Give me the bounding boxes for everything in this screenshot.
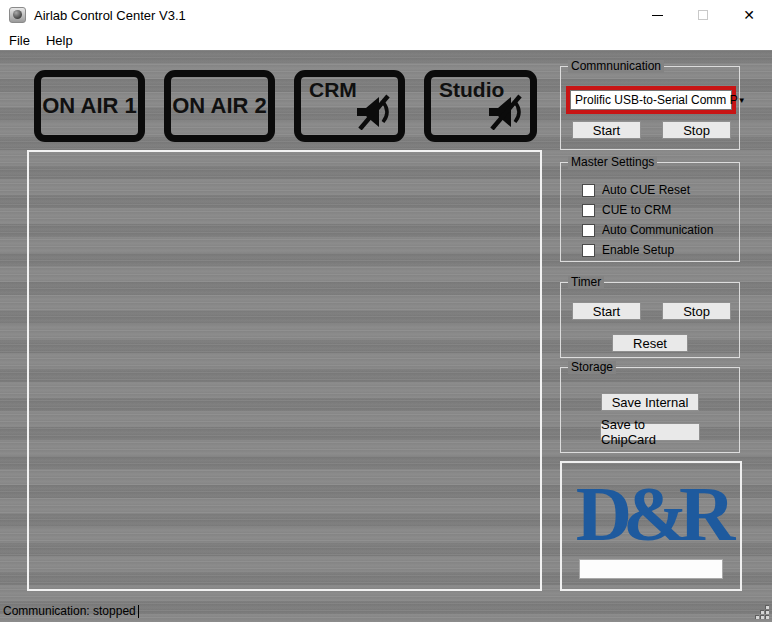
minimize-button[interactable] <box>634 0 680 30</box>
timer-group-title: Timer <box>568 276 604 289</box>
save-to-chipcard-button[interactable]: Save to ChipCard <box>600 423 700 441</box>
cue-to-crm-label: CUE to CRM <box>602 203 671 217</box>
enable-setup-label: Enable Setup <box>602 243 674 257</box>
logo-name-bar <box>579 559 723 579</box>
communication-start-button[interactable]: Start <box>572 121 641 139</box>
on-air-2-button[interactable]: ON AIR 2 <box>164 70 275 142</box>
communication-group: Commnunication Prolific USB-to-Serial Co… <box>560 66 740 150</box>
dnr-logo: D&R <box>576 477 727 551</box>
muted-speaker-icon <box>354 94 396 134</box>
studio-mute-button[interactable]: Studio <box>424 70 537 142</box>
on-air-1-label: ON AIR 1 <box>42 93 137 119</box>
status-text: Communication: stopped <box>3 604 136 618</box>
checkbox-row-auto-communication: Auto Communication <box>582 223 713 237</box>
text-caret <box>138 605 139 618</box>
chevron-down-icon: ▼ <box>738 96 746 105</box>
resize-grip-icon[interactable] <box>755 605 770 620</box>
master-settings-group-title: Master Settings <box>568 156 657 169</box>
maximize-icon <box>698 10 708 20</box>
close-icon: ✕ <box>743 8 755 22</box>
menu-help[interactable]: Help <box>38 30 81 50</box>
app-icon <box>9 7 26 23</box>
main-display-area <box>27 150 542 591</box>
timer-stop-button[interactable]: Stop <box>662 302 731 320</box>
communication-group-title: Commnunication <box>568 60 664 73</box>
on-air-1-button[interactable]: ON AIR 1 <box>34 70 145 142</box>
title-bar: Airlab Control Center V3.1 ✕ <box>0 0 772 30</box>
crm-label: CRM <box>309 78 357 102</box>
muted-speaker-icon <box>486 94 528 134</box>
status-bar: Communication: stopped <box>3 604 139 618</box>
checkbox-row-auto-cue-reset: Auto CUE Reset <box>582 183 690 197</box>
auto-communication-checkbox[interactable] <box>582 224 595 237</box>
timer-reset-button[interactable]: Reset <box>612 334 688 352</box>
crm-mute-button[interactable]: CRM <box>294 70 405 142</box>
client-area: ON AIR 1 ON AIR 2 CRM Studio Commnunicat… <box>0 50 772 622</box>
window-controls: ✕ <box>634 0 772 30</box>
checkbox-row-cue-to-crm: CUE to CRM <box>582 203 671 217</box>
save-internal-button[interactable]: Save Internal <box>601 393 699 411</box>
auto-communication-label: Auto Communication <box>602 223 713 237</box>
com-port-value: Prolific USB-to-Serial Comm P <box>575 93 738 107</box>
maximize-button[interactable] <box>680 0 726 30</box>
menu-file[interactable]: File <box>0 30 38 50</box>
storage-group: Storage Save Internal Save to ChipCard <box>560 367 740 453</box>
storage-group-title: Storage <box>568 361 616 374</box>
master-settings-group: Master Settings Auto CUE Reset CUE to CR… <box>560 162 740 262</box>
window-title: Airlab Control Center V3.1 <box>34 8 186 23</box>
com-port-select[interactable]: Prolific USB-to-Serial Comm P ▼ <box>570 90 732 110</box>
enable-setup-checkbox[interactable] <box>582 244 595 257</box>
auto-cue-reset-label: Auto CUE Reset <box>602 183 690 197</box>
cue-to-crm-checkbox[interactable] <box>582 204 595 217</box>
close-button[interactable]: ✕ <box>726 0 772 30</box>
menu-bar: File Help <box>0 30 772 50</box>
communication-stop-button[interactable]: Stop <box>662 121 731 139</box>
minimize-icon <box>652 15 663 16</box>
com-port-highlight-frame: Prolific USB-to-Serial Comm P ▼ <box>566 86 736 114</box>
timer-group: Timer Start Stop Reset <box>560 282 740 358</box>
timer-start-button[interactable]: Start <box>572 302 641 320</box>
logo-box: D&R <box>560 461 742 591</box>
checkbox-row-enable-setup: Enable Setup <box>582 243 674 257</box>
auto-cue-reset-checkbox[interactable] <box>582 184 595 197</box>
on-air-2-label: ON AIR 2 <box>172 93 267 119</box>
